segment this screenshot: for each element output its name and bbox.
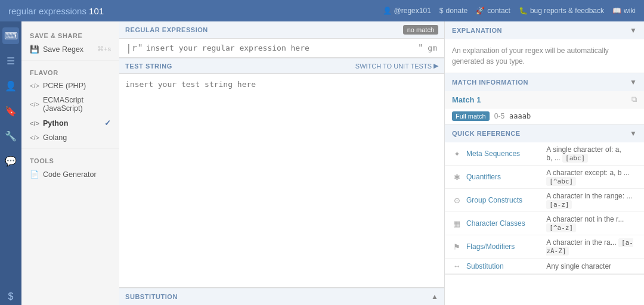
regex-delim-close: "	[416, 42, 426, 54]
regex-input[interactable]	[145, 41, 416, 55]
top-navigation: regular expressions 101 👤 @regex101 $ do…	[0, 0, 644, 21]
qr-item-icon: ⊙	[452, 196, 462, 205]
explanation-body: An explanation of your regex will be aut…	[445, 39, 644, 73]
explanation-header: EXPLANATION ▼	[445, 21, 644, 39]
contact-link[interactable]: 🚀 contact	[476, 7, 510, 15]
explanation-chevron: ▼	[630, 26, 637, 35]
quick-reference-row: ✱ Quantifiers A character except: a, b .…	[445, 166, 644, 189]
content-area: REGULAR EXPRESSION no match |r" " gm TES…	[119, 21, 444, 305]
flavor-pcre[interactable]: </> PCRE (PHP)	[21, 79, 119, 93]
doc-icon: 📄	[30, 170, 39, 179]
qr-item-desc: Any single character	[546, 262, 637, 270]
copy-icon[interactable]: ⧉	[631, 95, 637, 104]
donate-link[interactable]: $ donate	[439, 7, 467, 15]
substitution-header[interactable]: SUBSTITUTION ▲	[119, 288, 444, 305]
flavor-title: FLAVOR	[21, 64, 119, 79]
quick-reference-row: ↔ Substitution Any single character	[445, 259, 644, 274]
qr-item-desc: A single character of: a, b, ... [abc]	[546, 145, 637, 162]
right-panel: EXPLANATION ▼ An explanation of your reg…	[444, 21, 644, 305]
quick-reference-row: ▦ Character Classes A character not in t…	[445, 212, 644, 235]
match-information-section: MATCH INFORMATION ▼ Match 1 ⧉ Full match…	[445, 73, 644, 125]
divider-1	[21, 60, 119, 61]
match-value: aaaab	[509, 112, 531, 120]
teststring-section: TEST STRING SWITCH TO UNIT TESTS ▶	[119, 58, 444, 288]
teststring-textarea[interactable]	[119, 74, 444, 287]
quick-reference-title: QUICK REFERENCE	[452, 130, 521, 137]
qr-item-desc: A character not in the r... [^a-z]	[546, 215, 637, 232]
qr-item-icon: ▦	[452, 219, 462, 228]
qr-item-name[interactable]: Meta Sequences	[466, 150, 541, 158]
no-match-badge: no match	[403, 25, 438, 35]
topnav-links: 👤 @regex101 $ donate 🚀 contact 🐛 bug rep…	[383, 7, 636, 15]
regex-section-label: REGULAR EXPRESSION	[125, 26, 208, 33]
dollar-icon[interactable]: $	[2, 288, 19, 305]
substitution-label: SUBSTITUTION	[125, 293, 178, 300]
match-row-header: Match 1 ⧉	[445, 91, 644, 108]
match-number-label: Match 1	[452, 95, 481, 104]
layers-icon[interactable]: ☰	[2, 52, 19, 69]
flavor-ecmascript[interactable]: </> ECMAScript (JavaScript)	[21, 93, 119, 116]
match-chevron: ▼	[630, 78, 637, 86]
quick-reference-row: ⚑ Flags/Modifiers A character in the ra.…	[445, 235, 644, 259]
qr-item-desc: A character in the ra... [a-zA-Z]	[546, 238, 637, 255]
qr-item-icon: ↔	[452, 262, 462, 270]
switch-to-unit-tests[interactable]: SWITCH TO UNIT TESTS ▶	[355, 62, 438, 70]
full-match-badge: Full match	[452, 111, 490, 121]
divider-2	[21, 148, 119, 149]
site-logo: regular expressions 101	[8, 6, 104, 16]
regex-section: REGULAR EXPRESSION no match |r" " gm	[119, 21, 444, 58]
regex-input-row: |r" " gm	[119, 39, 444, 57]
qr-item-name[interactable]: Substitution	[466, 262, 541, 270]
tools-title: ToOLS	[21, 152, 119, 167]
substitution-section: SUBSTITUTION ▲	[119, 288, 444, 305]
save-icon: 💾	[30, 45, 39, 54]
quick-reference-header: QUICK REFERENCE ▼	[445, 125, 644, 142]
regex-delim-open: |r"	[124, 42, 145, 54]
sidebar-panel: SAVE & SHARE 💾 Save Regex ⌘+s FLAVOR </>…	[21, 21, 119, 305]
explanation-section: EXPLANATION ▼ An explanation of your reg…	[445, 21, 644, 73]
quick-reference-row: ✦ Meta Sequences A single character of: …	[445, 142, 644, 166]
wiki-link[interactable]: 📖 wiki	[612, 7, 636, 15]
qr-item-name[interactable]: Quantifiers	[466, 173, 541, 181]
code-icon[interactable]: ⌨	[2, 27, 19, 44]
qr-item-name[interactable]: Group Constructs	[466, 196, 541, 204]
bookmark-icon[interactable]: 🔖	[2, 102, 19, 119]
qr-item-icon: ✱	[452, 173, 462, 182]
full-match-row: Full match 0-5 aaaab	[445, 108, 644, 124]
code-generator-item[interactable]: 📄 Code Generator	[21, 167, 119, 182]
sidebar-icon-rail: ⌨ ☰ 👤 🔖 🔧 💬 $	[0, 21, 21, 305]
flavor-python[interactable]: </> Python ✓	[21, 116, 119, 130]
qr-chevron: ▼	[630, 129, 637, 138]
qr-item-icon: ✦	[452, 150, 462, 158]
teststring-label: TEST STRING	[125, 63, 172, 70]
qr-item-desc: A character in the range: ... [a-z]	[546, 192, 637, 208]
qr-item-desc: A character except: a, b ... [^abc]	[546, 169, 637, 185]
quick-reference-section: QUICK REFERENCE ▼ ✦ Meta Sequences A sin…	[445, 125, 644, 275]
chat-icon[interactable]: 💬	[2, 152, 19, 169]
user-link[interactable]: 👤 @regex101	[383, 7, 431, 15]
chevron-right-icon: ▶	[434, 62, 438, 70]
tools-icon[interactable]: 🔧	[2, 127, 19, 144]
qr-item-icon: ⚑	[452, 242, 462, 251]
regex-header: REGULAR EXPRESSION no match	[119, 21, 444, 39]
main-layout: ⌨ ☰ 👤 🔖 🔧 💬 $ SAVE & SHARE 💾 Save Regex …	[0, 21, 644, 305]
teststring-header: TEST STRING SWITCH TO UNIT TESTS ▶	[119, 58, 444, 74]
sidebar-wrapper: ⌨ ☰ 👤 🔖 🔧 💬 $ SAVE & SHARE 💾 Save Regex …	[0, 21, 119, 305]
match-range: 0-5	[494, 112, 504, 120]
match-information-title: MATCH INFORMATION	[452, 79, 528, 86]
qr-item-name[interactable]: Character Classes	[466, 219, 541, 228]
save-regex-item[interactable]: 💾 Save Regex ⌘+s	[21, 42, 119, 57]
quick-reference-body: ✦ Meta Sequences A single character of: …	[445, 142, 644, 274]
explanation-title: EXPLANATION	[452, 27, 502, 34]
quick-reference-row: ⊙ Group Constructs A character in the ra…	[445, 189, 644, 212]
qr-item-name[interactable]: Flags/Modifiers	[466, 242, 541, 251]
save-share-title: SAVE & SHARE	[21, 27, 119, 42]
match-information-header: MATCH INFORMATION ▼	[445, 73, 644, 91]
chevron-up-icon: ▲	[431, 292, 438, 301]
bugs-link[interactable]: 🐛 bug reports & feedback	[519, 7, 604, 15]
regex-flags: gm	[425, 43, 439, 52]
user-icon[interactable]: 👤	[2, 77, 19, 94]
flavor-golang[interactable]: </> Golang	[21, 130, 119, 145]
